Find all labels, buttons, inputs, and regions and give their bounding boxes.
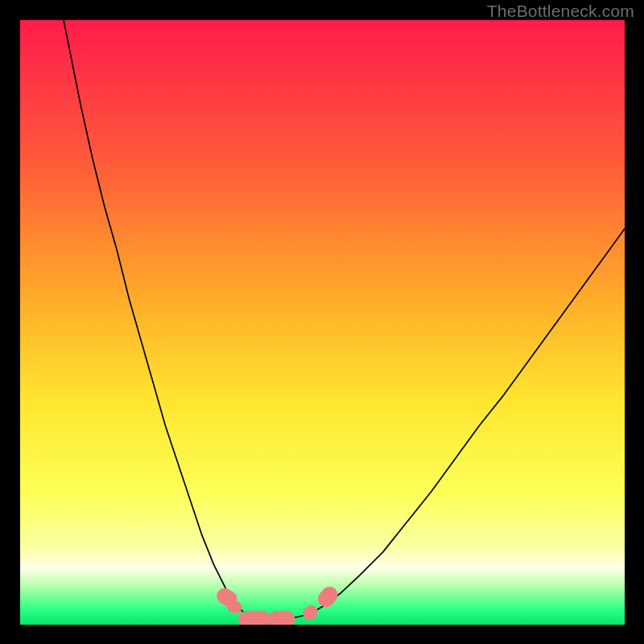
chart-stage: TheBottleneck.com <box>0 0 644 644</box>
svg-rect-3 <box>238 611 271 625</box>
plot-area <box>20 20 625 625</box>
svg-rect-0 <box>20 20 625 625</box>
watermark-text: TheBottleneck.com <box>487 2 634 21</box>
plot-svg <box>20 20 625 625</box>
svg-rect-4 <box>269 611 295 625</box>
